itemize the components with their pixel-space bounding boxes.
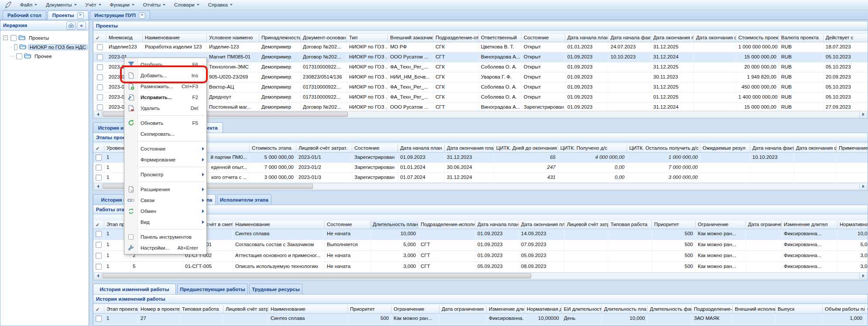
grid-cell[interactable]: 10.10.2023 <box>608 52 651 62</box>
context-menu-item[interactable]: Обмен <box>124 206 206 216</box>
column-header[interactable]: Ответственный <box>479 34 521 42</box>
grid-cell[interactable]: Демопример <box>259 62 301 72</box>
grid-cell[interactable]: 431 <box>494 173 558 182</box>
grid-cell[interactable]: СГК <box>433 62 479 72</box>
grid-cell[interactable]: Выполняется <box>325 240 371 251</box>
column-header[interactable]: Стоимость проекта <box>736 34 779 42</box>
column-header[interactable]: Дата начала план. <box>565 34 608 42</box>
column-header[interactable]: Наименование <box>143 34 207 42</box>
grid-cell[interactable] <box>93 229 104 240</box>
grid-cell[interactable]: 01.09.2023 <box>565 62 608 72</box>
column-header[interactable]: Дата начала факт <box>750 144 794 152</box>
grid-cell[interactable]: Соболева О. А. <box>479 93 521 102</box>
grid-cell[interactable]: День <box>562 314 602 324</box>
grid-cell[interactable] <box>775 314 823 324</box>
column-header[interactable]: Типовая работа <box>608 221 652 229</box>
grid-cell[interactable] <box>93 72 106 82</box>
column-header[interactable]: Типовая работа <box>180 305 223 313</box>
grid-cell[interactable]: Фиксированна... <box>782 262 837 272</box>
grid-cell[interactable]: 20 000 000,00 <box>736 62 779 72</box>
grid-cell[interactable]: 017310000922... <box>301 82 347 92</box>
grid-cell[interactable]: 017310000922... <box>301 62 347 72</box>
grid-cell[interactable]: 2023-01/2 <box>296 163 352 172</box>
grid-cell[interactable] <box>746 240 782 251</box>
grid-cell[interactable]: 7 000 000,00 <box>627 163 700 172</box>
grid-cell[interactable]: СГК <box>433 42 479 52</box>
grid-cell[interactable]: Открыт <box>521 93 565 102</box>
column-header[interactable]: Условное наимено <box>207 34 259 42</box>
column-header[interactable]: Дата начала факт. <box>608 34 651 42</box>
grid-cell[interactable]: СГТ <box>433 52 479 62</box>
column-header[interactable]: Нормативная длит <box>525 305 562 313</box>
grid-cell[interactable] <box>180 314 223 324</box>
grid-cell[interactable]: 1 <box>104 314 138 324</box>
projects-horizontal-scrollbar[interactable] <box>94 111 867 118</box>
table-row[interactable]: 2023-05ДредноутДемопример017310000922...… <box>93 93 868 103</box>
grid-cell[interactable]: НИОКР по ГОЗ ... <box>347 82 388 92</box>
grid-cell[interactable]: 0,00 <box>558 173 627 182</box>
grid-cell[interactable] <box>608 240 652 251</box>
grid-cell[interactable]: 10,00000 <box>525 314 562 324</box>
grid-cell[interactable]: 10,000 <box>371 229 419 240</box>
grid-cell[interactable]: RUB <box>779 42 823 52</box>
grid-cell[interactable] <box>865 314 868 324</box>
grid-cell[interactable]: Аттестация основного и примесног... <box>233 251 325 261</box>
grid-cell[interactable]: НИОКР по ГОЗ ... <box>347 93 388 102</box>
row-checkbox[interactable] <box>96 253 102 259</box>
grid-cell[interactable]: Не начата <box>325 251 371 261</box>
grid-cell[interactable] <box>93 262 104 272</box>
grid-cell[interactable] <box>694 72 736 82</box>
grid-cell[interactable]: Демопример <box>259 82 301 92</box>
detail-tab[interactable]: История изменений работы <box>93 284 176 294</box>
grid-cell[interactable]: НИОКР по ГОЗ ... <box>347 42 388 52</box>
grid-cell[interactable]: СГК <box>433 72 479 82</box>
grid-cell[interactable] <box>93 82 106 92</box>
grid-cell[interactable]: Не начата <box>325 262 371 272</box>
table-row[interactable]: 1еденной опыт...7 000 000,002023-01/2Зар… <box>93 163 868 173</box>
grid-cell[interactable]: Дредноут <box>207 93 259 102</box>
menubar-item[interactable]: Файл <box>16 1 41 9</box>
grid-cell[interactable]: СГТ <box>419 262 475 272</box>
context-menu-item[interactable]: Расширения <box>124 184 206 195</box>
row-checkbox[interactable] <box>96 154 102 161</box>
grid-cell[interactable] <box>700 173 750 182</box>
grid-cell[interactable]: МО РФ <box>388 42 433 52</box>
column-header[interactable]: Изменение длител <box>782 221 837 229</box>
grid-cell[interactable]: 1 000 000,00 <box>627 153 700 162</box>
tree-node[interactable]: −Проекты <box>1 33 88 42</box>
grid-cell[interactable]: 05.09.2023 <box>519 251 565 261</box>
grid-cell[interactable] <box>565 251 608 261</box>
row-checkbox[interactable] <box>97 104 103 110</box>
column-header[interactable]: Примечание <box>837 144 868 152</box>
grid-cell[interactable] <box>746 229 782 240</box>
column-header[interactable]: Мнемокод <box>106 34 143 42</box>
column-header[interactable]: ✓ <box>93 34 106 42</box>
grid-cell[interactable]: 01.09.2023 <box>475 251 519 261</box>
column-header[interactable]: Лицевой счёт затр <box>565 221 608 229</box>
grid-cell[interactable] <box>93 153 104 162</box>
grid-cell[interactable]: 10,000 <box>602 314 648 324</box>
grid-cell[interactable] <box>837 163 868 172</box>
grid-cell[interactable]: Демопример <box>259 52 301 62</box>
grid-cell[interactable]: Уварова Г. Ф. <box>479 72 521 82</box>
grid-cell[interactable] <box>93 240 104 251</box>
context-menu-item[interactable]: Скопировать... <box>124 128 206 139</box>
grid-cell[interactable] <box>608 82 651 92</box>
grid-cell[interactable] <box>93 52 106 62</box>
detail-tab[interactable]: Трудовые ресурсы <box>249 284 302 294</box>
grid-cell[interactable]: 3,00000 <box>837 251 868 261</box>
grid-cell[interactable]: Фиксированна... <box>782 251 837 261</box>
grid-cell[interactable]: 05.10.2023 <box>823 62 868 72</box>
grid-cell[interactable]: Зарегистрирован <box>352 173 398 182</box>
column-header[interactable]: Приоритет <box>652 221 696 229</box>
workspace-tab[interactable]: Рабочий стол <box>3 10 46 20</box>
grid-cell[interactable]: Как можно ран... <box>696 251 746 261</box>
grid-cell[interactable]: НИОКР по ГОЗ ... <box>347 62 388 72</box>
table-row[interactable]: 1й партии ПМ0...5 000 000,002023-01/1Зар… <box>93 153 868 163</box>
grid-cell[interactable]: 30.06.2024 <box>445 163 494 172</box>
column-header[interactable]: Дата ограничения <box>746 221 782 229</box>
grid-cell[interactable]: 1,000 <box>823 314 865 324</box>
column-header[interactable]: ЦИТК. Осталось получить д/с <box>627 144 700 152</box>
table-row[interactable]: 1101-СГТ-001Согласовать состав с Заказчи… <box>93 240 868 251</box>
works-horizontal-scrollbar[interactable] <box>94 272 867 279</box>
